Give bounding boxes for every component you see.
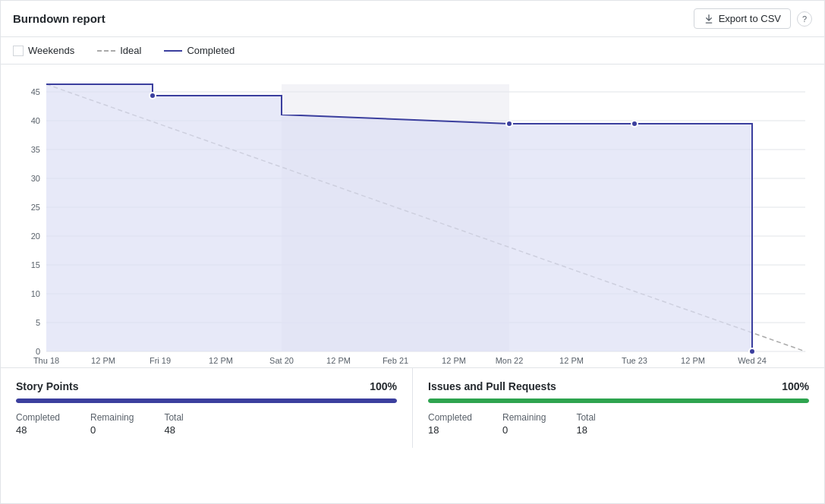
ipr-completed-value: 18	[428, 424, 439, 436]
legend-ideal: Ideal	[97, 45, 141, 56]
svg-text:Mon 22: Mon 22	[496, 356, 524, 365]
story-points-progress-bar	[16, 398, 397, 403]
svg-text:40: 40	[31, 116, 40, 125]
svg-text:5: 5	[36, 318, 40, 327]
issues-pr-progress-bar	[428, 398, 809, 403]
svg-text:Tue 23: Tue 23	[622, 356, 647, 365]
svg-text:25: 25	[31, 203, 40, 212]
sp-remaining-value: 0	[90, 424, 96, 436]
story-points-remaining: Remaining 0	[90, 412, 134, 436]
completed-label: Completed	[187, 45, 235, 56]
sp-remaining-label: Remaining	[90, 412, 134, 423]
issues-pr-completed: Completed 18	[428, 412, 472, 436]
burndown-chart: 45 40 35 30 25 20 15 10 5 0	[1, 77, 825, 365]
story-points-completed: Completed 48	[16, 412, 60, 436]
svg-text:35: 35	[31, 145, 40, 154]
issues-pr-progress-fill	[428, 398, 809, 403]
svg-text:0: 0	[36, 347, 40, 356]
svg-text:Feb 21: Feb 21	[383, 356, 408, 365]
ipr-remaining-label: Remaining	[502, 412, 546, 423]
story-points-title: Story Points	[16, 380, 78, 392]
svg-text:12 PM: 12 PM	[91, 356, 115, 365]
svg-text:12 PM: 12 PM	[209, 356, 233, 365]
export-label: Export to CSV	[719, 13, 781, 24]
svg-text:12 PM: 12 PM	[559, 356, 584, 365]
legend-weekends[interactable]: Weekends	[13, 45, 74, 56]
svg-text:15: 15	[31, 260, 40, 269]
story-points-progress-fill	[16, 398, 397, 403]
svg-text:Sat 20: Sat 20	[269, 356, 294, 365]
story-points-total: Total 48	[164, 412, 183, 436]
burndown-report-container: Burndown report Export to CSV ? Weekends…	[0, 0, 825, 504]
legend-completed: Completed	[164, 45, 235, 56]
ideal-label: Ideal	[120, 45, 141, 56]
ideal-line-icon	[97, 50, 115, 52]
export-icon	[704, 14, 714, 24]
page-title: Burndown report	[13, 12, 105, 25]
ipr-total-label: Total	[576, 412, 595, 423]
weekends-label: Weekends	[28, 45, 74, 56]
svg-text:12 PM: 12 PM	[442, 356, 466, 365]
sp-completed-value: 48	[16, 424, 27, 436]
sp-total-label: Total	[164, 412, 183, 423]
completed-line-icon	[164, 50, 182, 52]
issues-pr-header: Issues and Pull Requests 100%	[428, 380, 809, 392]
svg-text:Fri 19: Fri 19	[150, 356, 171, 365]
sp-completed-label: Completed	[16, 412, 60, 423]
issues-pr-percent: 100%	[782, 380, 809, 392]
svg-text:10: 10	[31, 289, 40, 298]
ipr-total-value: 18	[576, 424, 587, 436]
svg-text:Wed 24: Wed 24	[738, 356, 767, 365]
issues-pr-stats: Issues and Pull Requests 100% Completed …	[413, 368, 824, 448]
story-points-stats: Story Points 100% Completed 48 Remaining…	[1, 368, 413, 448]
story-points-header: Story Points 100%	[16, 380, 397, 392]
svg-text:12 PM: 12 PM	[681, 356, 705, 365]
svg-point-24	[506, 121, 512, 127]
story-points-percent: 100%	[370, 380, 397, 392]
sp-total-value: 48	[164, 424, 175, 436]
svg-text:12 PM: 12 PM	[326, 356, 351, 365]
story-points-columns: Completed 48 Remaining 0 Total 48	[16, 412, 397, 436]
ipr-completed-label: Completed	[428, 412, 472, 423]
svg-point-23	[150, 93, 156, 99]
help-icon[interactable]: ?	[797, 11, 812, 27]
export-csv-button[interactable]: Export to CSV	[694, 8, 791, 29]
svg-text:Thu 18: Thu 18	[33, 356, 59, 365]
issues-pr-remaining: Remaining 0	[502, 412, 546, 436]
svg-point-26	[749, 348, 755, 354]
stats-section: Story Points 100% Completed 48 Remaining…	[1, 367, 824, 448]
header: Burndown report Export to CSV ?	[1, 1, 824, 37]
svg-text:30: 30	[31, 174, 40, 183]
issues-pr-total: Total 18	[576, 412, 595, 436]
legend-bar: Weekends Ideal Completed	[1, 37, 824, 65]
ipr-remaining-value: 0	[502, 424, 508, 436]
chart-area: 45 40 35 30 25 20 15 10 5 0	[1, 65, 824, 367]
weekends-checkbox[interactable]	[13, 46, 24, 56]
svg-text:20: 20	[31, 232, 40, 241]
issues-pr-title: Issues and Pull Requests	[428, 380, 556, 392]
svg-text:45: 45	[31, 87, 40, 96]
issues-pr-columns: Completed 18 Remaining 0 Total 18	[428, 412, 809, 436]
svg-point-25	[631, 121, 638, 127]
